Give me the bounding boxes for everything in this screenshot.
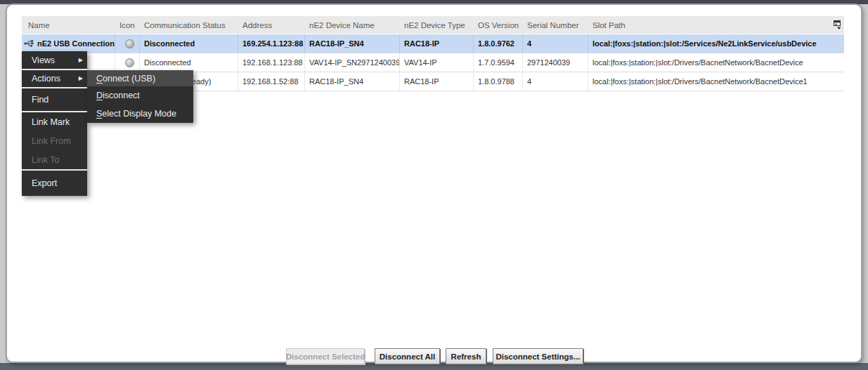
submenu-item-disconnect[interactable]: Disconnect xyxy=(87,86,193,105)
cell-serial-number: 2971240039 xyxy=(523,53,588,72)
usb-connection-icon xyxy=(24,39,34,48)
submenu-item-select-display-mode[interactable]: Select Display Mode xyxy=(87,105,193,123)
cell-address: 192.168.1.52:88 xyxy=(238,72,305,91)
cell-device-name: RAC18-IP_SN4 xyxy=(305,34,400,53)
cell-slot-path: local:|foxs:|station:|slot:/Drivers/Bacn… xyxy=(588,72,844,91)
submenu-item-label: elect Display Mode xyxy=(102,109,176,119)
menu-item-views[interactable]: Views ▶ xyxy=(22,51,87,69)
context-menu: Views ▶ Actions ▶ Find Link Mark Link Fr… xyxy=(22,51,87,196)
column-header-serial-number[interactable]: Serial Number xyxy=(523,16,588,34)
cell-name: nE2 USB Connection xyxy=(37,39,115,48)
menu-item-link-to: Link To xyxy=(22,150,87,169)
mnemonic-letter: C xyxy=(96,74,103,84)
cell-device-type: RAC18-IP xyxy=(400,34,474,53)
status-sphere-icon xyxy=(125,58,134,67)
table-header-row: Name Icon Communication Status Address n… xyxy=(22,16,844,34)
disconnect-all-button[interactable]: Disconnect All xyxy=(375,348,440,364)
menu-item-link-mark[interactable]: Link Mark xyxy=(22,112,87,131)
cell-communication-status: Disconnected xyxy=(140,53,238,72)
menu-item-label: Export xyxy=(32,178,57,188)
disconnect-selected-button: Disconnect Selected xyxy=(286,348,365,364)
refresh-button[interactable]: Refresh xyxy=(446,348,486,364)
menu-item-label: Link From xyxy=(32,136,71,146)
column-selector-icon[interactable] xyxy=(833,20,842,30)
menu-item-export[interactable]: Export xyxy=(22,171,87,196)
submenu-item-label: onnect (USB) xyxy=(103,74,155,84)
column-header-os-version[interactable]: OS Version xyxy=(474,16,523,34)
cell-os-version: 1.8.0.9788 xyxy=(474,72,523,91)
cell-slot-path: local:|foxs:|station:|slot:/Drivers/Bacn… xyxy=(588,53,844,72)
menu-item-label: Link To xyxy=(32,155,59,165)
column-header-communication-status[interactable]: Communication Status xyxy=(140,16,238,34)
cell-os-version: 1.8.0.9762 xyxy=(474,34,523,53)
submenu-arrow-icon: ▶ xyxy=(79,58,83,63)
mnemonic-letter: D xyxy=(96,91,103,100)
cell-device-name: VAV14-IP_SN2971240039 xyxy=(305,53,400,72)
cell-slot-path: local:|foxs:|station:|slot:/Services/Ne2… xyxy=(588,34,844,53)
table-row[interactable]: nE2 USB Connection Disconnected 169.254.… xyxy=(22,34,844,53)
cell-device-type: RAC18-IP xyxy=(400,72,474,91)
column-header-device-type[interactable]: nE2 Device Type xyxy=(400,16,474,34)
cell-communication-status: Disconnected xyxy=(140,34,238,53)
column-header-device-name[interactable]: nE2 Device Name xyxy=(305,16,400,34)
menu-item-label: Views xyxy=(32,55,55,65)
menu-item-find[interactable]: Find xyxy=(22,88,87,111)
cell-serial-number: 4 xyxy=(523,72,588,91)
menu-item-link-from: Link From xyxy=(22,131,87,150)
menu-item-actions[interactable]: Actions ▶ xyxy=(22,70,87,87)
menu-item-label: Find xyxy=(32,95,48,105)
cell-device-name: RAC18-IP_SN4 xyxy=(305,72,400,91)
cell-serial-number: 4 xyxy=(523,34,588,53)
column-header-address[interactable]: Address xyxy=(238,16,305,34)
cell-address: 169.254.1.123:88 xyxy=(238,34,305,53)
cell-address: 192.168.1.123:88 xyxy=(238,53,305,72)
column-header-icon[interactable]: Icon xyxy=(115,16,140,34)
column-header-slot-path[interactable]: Slot Path xyxy=(588,16,844,34)
column-header-name[interactable]: Name xyxy=(22,16,115,34)
cell-device-type: VAV14-IP xyxy=(400,53,474,72)
menu-item-label: Actions xyxy=(32,74,60,84)
mnemonic-letter: S xyxy=(96,109,102,119)
submenu-arrow-icon: ▶ xyxy=(79,76,83,81)
cell-os-version: 1.7.0.9594 xyxy=(474,53,523,72)
actions-submenu: Connect (USB) Disconnect Select Display … xyxy=(87,70,193,123)
status-sphere-icon xyxy=(125,39,134,48)
disconnect-settings-button[interactable]: Disconnect Settings... xyxy=(493,348,583,364)
submenu-item-label: isconnect xyxy=(103,91,140,100)
menu-item-label: Link Mark xyxy=(32,117,70,127)
submenu-item-connect-usb[interactable]: Connect (USB) xyxy=(87,70,193,86)
table-row[interactable]: Disconnected 192.168.1.123:88 VAV14-IP_S… xyxy=(22,53,844,72)
